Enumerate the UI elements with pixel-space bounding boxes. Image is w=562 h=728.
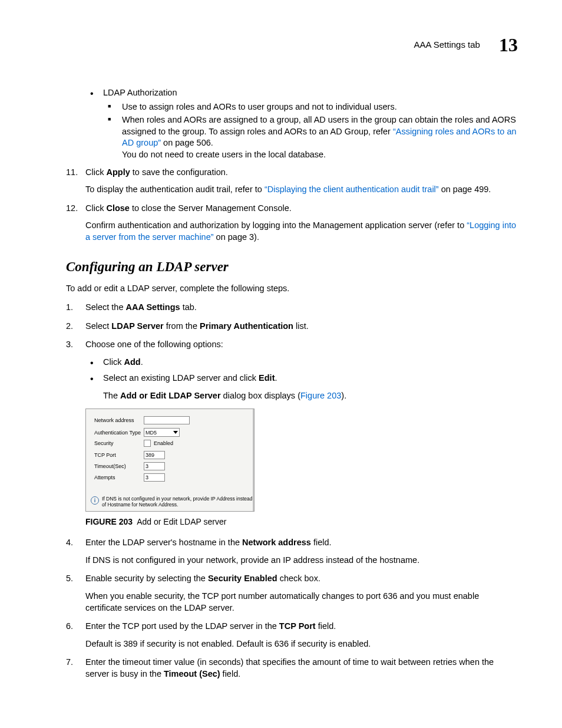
ldap-authorization-item: LDAP Authorization Use to assign roles a… <box>85 87 518 160</box>
ldap-auth-sq1: Use to assign roles and AORs to user gro… <box>103 101 518 113</box>
dlg-lbl-timeout: Timeout(Sec) <box>94 463 144 470</box>
chevron-down-icon <box>173 431 178 434</box>
dlg-tcp-input[interactable] <box>144 451 165 459</box>
link-figure-203[interactable]: Figure 203 <box>300 391 341 400</box>
step-7: 7. Enter the timeout timer value (in sec… <box>66 657 518 680</box>
info-icon: i <box>91 496 99 505</box>
ldap-auth-title: LDAP Authorization <box>103 88 177 97</box>
section-heading: Configuring an LDAP server <box>66 258 518 276</box>
step-3-opt-add: Click Add. <box>85 357 518 368</box>
ldap-auth-sq2: When roles and AORs are assigned to a gr… <box>103 114 518 160</box>
step-3-opt-edit: Select an existing LDAP server and click… <box>85 373 518 384</box>
dlg-authtype-select[interactable]: MD5 <box>144 428 180 437</box>
step-11: 11. Click Apply to save the configuratio… <box>66 167 518 196</box>
dlg-enabled-label: Enabled <box>154 440 173 447</box>
dlg-lbl-security: Security <box>94 440 144 447</box>
step-3: 3. Choose one of the following options: … <box>66 339 518 528</box>
step-6: 6. Enter the TCP port used by the LDAP s… <box>66 621 518 650</box>
page-header: AAA Settings tab 13 <box>66 32 518 58</box>
dlg-lbl-tcp: TCP Port <box>94 452 144 459</box>
dlg-network-input[interactable] <box>144 416 190 424</box>
dlg-security-checkbox[interactable] <box>144 440 151 447</box>
step-12: 12. Click Close to close the Server Mana… <box>66 203 518 243</box>
dlg-attempts-input[interactable] <box>144 473 165 482</box>
dlg-info-text: If DNS is not configured in your network… <box>102 496 254 508</box>
ldap-dialog: Network address Authentication Type MD5 … <box>85 409 254 512</box>
step-5: 5. Enable security by selecting the Secu… <box>66 573 518 614</box>
dlg-lbl-attempts: Attempts <box>94 474 144 481</box>
section-intro: To add or edit a LDAP server, complete t… <box>66 283 518 295</box>
dlg-lbl-network: Network address <box>94 417 144 424</box>
link-audit-trail[interactable]: “Displaying the client authentication au… <box>265 185 439 194</box>
dlg-lbl-authtype: Authentication Type <box>94 429 144 436</box>
header-title: AAA Settings tab <box>414 39 480 51</box>
step-2: 2. Select LDAP Server from the Primary A… <box>66 321 518 332</box>
step-1: 1. Select the AAA Settings tab. <box>66 302 518 314</box>
figure-caption: FIGURE 203 Add or Edit LDAP server <box>85 516 518 528</box>
dlg-timeout-input[interactable] <box>144 462 165 470</box>
chapter-number: 13 <box>499 32 518 58</box>
step-4: 4. Enter the LDAP server's hostname in t… <box>66 537 518 566</box>
